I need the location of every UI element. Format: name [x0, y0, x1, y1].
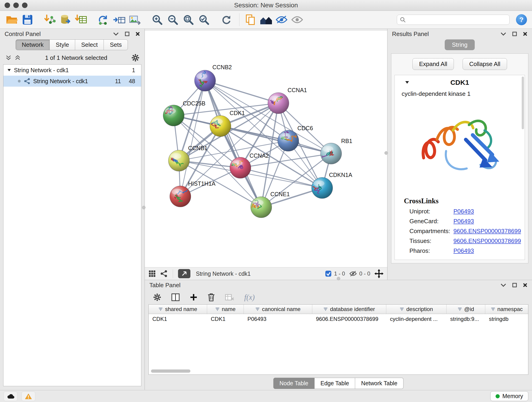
- copy-documents-icon: [245, 14, 256, 26]
- network-options-gear-icon[interactable]: [131, 54, 139, 62]
- tab-network-table[interactable]: Network Table: [355, 378, 404, 389]
- expand-all-button[interactable]: Expand All: [412, 58, 454, 70]
- function-builder-button[interactable]: f(x): [244, 293, 255, 302]
- warnings-button[interactable]: [22, 391, 35, 401]
- column-header-id[interactable]: @id: [447, 305, 485, 314]
- float-panel-icon[interactable]: [512, 283, 517, 287]
- export-image-button[interactable]: [128, 13, 142, 27]
- column-header-canonical-name[interactable]: canonical name: [244, 305, 312, 314]
- new-network-from-selection-button[interactable]: [97, 13, 110, 27]
- tab-style[interactable]: Style: [50, 39, 75, 50]
- horizontal-scrollbar-thumb[interactable]: [151, 370, 190, 373]
- tissues-link[interactable]: 9606.ENSP00000378699: [453, 237, 521, 245]
- open-session-button[interactable]: [5, 13, 19, 27]
- create-column-plus-icon[interactable]: [190, 293, 197, 301]
- save-icon: [22, 14, 33, 25]
- network-collection-row[interactable]: String Network - cdk1 1: [3, 65, 141, 76]
- collapse-all-icon[interactable]: [5, 55, 12, 61]
- network-node-hist1h1a[interactable]: HIST1H1A: [170, 180, 215, 207]
- column-header-shared-name[interactable]: shared name: [149, 305, 207, 314]
- node-label: CCNB2: [212, 64, 232, 70]
- network-canvas[interactable]: CCNB2CCNA1CDC25BCDK1CDC6RB1CCNB1CCNA2CDK…: [145, 31, 387, 267]
- tab-network[interactable]: Network: [16, 39, 50, 50]
- import-network-from-file-button[interactable]: [43, 13, 57, 27]
- column-header-description[interactable]: description: [386, 305, 447, 314]
- node-label: RB1: [341, 138, 352, 144]
- save-session-button[interactable]: [21, 13, 34, 27]
- node-table: shared name name canonical name database…: [148, 304, 528, 375]
- panel-menu-icon[interactable]: [500, 283, 506, 287]
- import-network-from-database-button[interactable]: [59, 13, 72, 27]
- apply-layout-button[interactable]: [220, 13, 233, 27]
- pan-crosshair-icon[interactable]: [374, 269, 384, 278]
- help-button[interactable]: ?: [516, 14, 527, 25]
- column-header-namespace[interactable]: namespac: [485, 305, 528, 314]
- net-toolbar-separator: [173, 269, 173, 278]
- tab-node-table[interactable]: Node Table: [273, 378, 315, 389]
- tab-select[interactable]: Select: [75, 39, 104, 50]
- delete-table-icon-disabled[interactable]: [225, 294, 234, 301]
- panel-menu-icon[interactable]: [113, 32, 119, 36]
- float-panel-icon[interactable]: [512, 32, 517, 36]
- memory-button[interactable]: Memory: [490, 391, 528, 401]
- tab-sets[interactable]: Sets: [104, 39, 128, 50]
- expand-all-icon[interactable]: [14, 55, 21, 61]
- section-collapse-triangle-icon[interactable]: [405, 81, 409, 84]
- close-panel-icon[interactable]: [135, 32, 140, 36]
- duplicate-button[interactable]: [244, 13, 257, 27]
- compartments-link[interactable]: 9606.ENSP00000378699: [453, 228, 521, 235]
- zoom-out-button[interactable]: [166, 13, 180, 27]
- network-node-ccna1[interactable]: CCNA1: [268, 87, 307, 114]
- crosslink-row: Uniprot: P06493: [395, 205, 525, 215]
- detach-view-button[interactable]: [178, 269, 190, 278]
- zoom-fit-button[interactable]: [181, 13, 195, 27]
- show-all-button[interactable]: [290, 13, 304, 27]
- genecard-link[interactable]: P06493: [453, 218, 474, 225]
- pharos-link[interactable]: P06493: [453, 247, 474, 254]
- import-table-from-file-button[interactable]: [74, 13, 88, 27]
- network-node-cdk1[interactable]: CDK1: [208, 110, 245, 137]
- toolbar-search-field[interactable]: [397, 15, 510, 25]
- column-header-name[interactable]: name: [207, 305, 244, 314]
- tab-edge-table[interactable]: Edge Table: [315, 378, 355, 389]
- show-columns-icon[interactable]: [171, 293, 180, 301]
- selected-checkbox-icon[interactable]: [325, 270, 332, 277]
- table-options-gear-icon[interactable]: [153, 293, 161, 301]
- network-edge[interactable]: [205, 81, 261, 207]
- network-edge[interactable]: [180, 81, 205, 196]
- warning-icon: [25, 393, 32, 399]
- panel-menu-icon[interactable]: [500, 32, 506, 36]
- home-networks-button[interactable]: [259, 13, 273, 27]
- results-tab-string[interactable]: String: [445, 39, 475, 50]
- table-row[interactable]: CDK1 CDK1 P06493 9606.ENSP00000378699 cy…: [149, 314, 528, 324]
- column-header-database-identifier[interactable]: database identifier: [312, 305, 386, 314]
- horizontal-splitter-handle[interactable]: [337, 277, 340, 280]
- network-row-selected[interactable]: String Network - cdk1 11 48: [3, 76, 141, 87]
- close-panel-icon[interactable]: [523, 32, 527, 36]
- collapse-all-button[interactable]: Collapse All: [462, 58, 507, 70]
- memory-status-dot: [496, 394, 500, 398]
- float-panel-icon[interactable]: [125, 32, 129, 36]
- disclosure-triangle-icon[interactable]: [7, 69, 11, 72]
- hidden-eye-slash-icon[interactable]: [349, 270, 357, 277]
- network-edge[interactable]: [205, 81, 278, 103]
- network-overview-icon[interactable]: [160, 270, 168, 277]
- close-panel-icon[interactable]: [523, 283, 527, 287]
- network-edge[interactable]: [220, 126, 331, 153]
- network-node-cdkn1a[interactable]: CDKN1A: [305, 172, 352, 198]
- zoom-in-button[interactable]: [150, 13, 164, 27]
- hidden-counter: 0 - 0: [349, 270, 370, 277]
- vertical-splitter-handle-right[interactable]: [385, 151, 388, 155]
- results-scrollbar-thumb[interactable]: [522, 77, 524, 129]
- delete-column-trash-icon[interactable]: [208, 293, 215, 302]
- uniprot-link[interactable]: P06493: [453, 208, 474, 215]
- export-table-button[interactable]: [112, 13, 126, 27]
- cloud-status-button[interactable]: [4, 391, 17, 401]
- search-input[interactable]: [408, 16, 507, 23]
- zoom-selected-button[interactable]: [197, 13, 211, 27]
- network-node-cdc25b[interactable]: CDC25B: [163, 100, 206, 126]
- birds-eye-view-icon[interactable]: [148, 270, 156, 277]
- hide-selected-button[interactable]: [275, 13, 288, 27]
- network-node-rb1[interactable]: RB1: [319, 138, 352, 164]
- vertical-splitter-handle-left[interactable]: [142, 206, 146, 209]
